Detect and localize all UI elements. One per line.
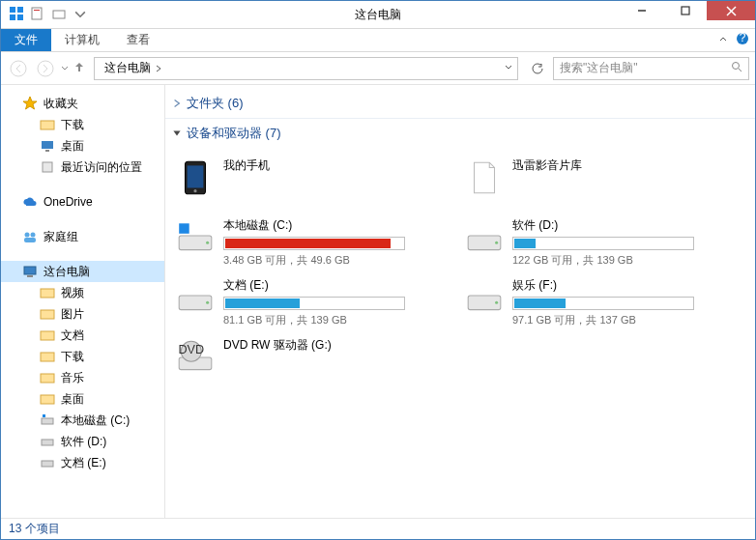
close-button[interactable] — [707, 1, 755, 20]
sidebar-videos[interactable]: 视频 — [1, 282, 164, 303]
properties-icon[interactable] — [30, 6, 45, 24]
sidebar-drive-d[interactable]: 软件 (D:) — [1, 431, 164, 452]
minimize-button[interactable] — [620, 1, 663, 20]
cloud-icon — [22, 194, 38, 210]
sidebar-favorites[interactable]: 收藏夹 — [1, 93, 164, 114]
sidebar-downloads2[interactable]: 下载 — [1, 346, 164, 367]
svg-rect-20 — [42, 141, 53, 149]
sidebar-music[interactable]: 音乐 — [1, 367, 164, 388]
maximize-button[interactable] — [663, 1, 707, 20]
thispc-icon — [22, 264, 38, 279]
menu-computer[interactable]: 计算机 — [51, 29, 113, 51]
device-dvd[interactable]: DVD DVD RW 驱动器 (G:) — [173, 335, 458, 385]
sidebar-pictures[interactable]: 图片 — [1, 303, 164, 325]
desktop-icon — [40, 138, 55, 154]
sidebar-item-label: 文档 (E:) — [61, 455, 106, 471]
menu-file[interactable]: 文件 — [1, 29, 51, 51]
sidebar-homegroup[interactable]: 家庭组 — [1, 226, 164, 247]
sidebar-recent[interactable]: 最近访问的位置 — [1, 156, 164, 178]
svg-rect-25 — [24, 238, 36, 242]
help-icon[interactable]: ? — [736, 32, 749, 48]
folder-icon — [40, 327, 55, 343]
sidebar-desktop2[interactable]: 桌面 — [1, 388, 164, 410]
section-label: 文件夹 (6) — [187, 95, 244, 112]
sidebar-drive-c[interactable]: 本地磁盘 (C:) — [1, 410, 164, 431]
sidebar-item-label: 收藏夹 — [44, 96, 78, 112]
sidebar-thispc[interactable]: 这台电脑 — [1, 261, 164, 282]
sidebar-desktop[interactable]: 桌面 — [1, 135, 164, 156]
sidebar-item-label: 音乐 — [61, 370, 84, 386]
svg-rect-34 — [42, 418, 53, 424]
device-name: 娱乐 (F:) — [512, 277, 745, 294]
capacity-bar — [223, 297, 405, 310]
breadcrumb[interactable]: 这台电脑 — [104, 60, 162, 76]
device-drive-c[interactable]: 本地磁盘 (C:) 3.48 GB 可用，共 49.6 GB — [173, 215, 458, 266]
menubar: 文件 计算机 查看 ? — [1, 29, 755, 52]
recent-icon — [40, 159, 55, 175]
drive-icon — [40, 434, 55, 449]
new-folder-icon[interactable] — [51, 6, 67, 24]
device-phone[interactable]: 我的手机 — [173, 156, 458, 206]
device-drive-e[interactable]: 文档 (E:) 81.1 GB 可用，共 139 GB — [173, 275, 458, 326]
app-icon — [9, 6, 24, 24]
sidebar-downloads[interactable]: 下载 — [1, 114, 164, 135]
svg-rect-1 — [17, 7, 23, 13]
capacity-fill — [225, 239, 391, 248]
back-button[interactable] — [7, 57, 30, 80]
device-status: 97.1 GB 可用，共 137 GB — [512, 313, 745, 327]
address-bar[interactable]: 这台电脑 — [94, 57, 518, 80]
folder-icon — [40, 391, 55, 407]
forward-button[interactable] — [34, 57, 57, 80]
folder-icon — [40, 285, 55, 300]
sidebar-onedrive[interactable]: OneDrive — [1, 191, 164, 213]
statusbar: 13 个项目 — [1, 518, 755, 539]
qat-dropdown-icon[interactable] — [73, 6, 88, 24]
svg-point-24 — [31, 233, 36, 238]
svg-rect-2 — [10, 14, 15, 20]
ribbon-collapse-icon[interactable] — [718, 34, 728, 47]
device-drive-d[interactable]: 软件 (D:) 122 GB 可用，共 139 GB — [462, 215, 747, 266]
device-name: 我的手机 — [223, 157, 456, 174]
address-dropdown-icon[interactable] — [504, 62, 513, 75]
svg-rect-3 — [17, 14, 23, 20]
drive-icon — [464, 217, 505, 258]
svg-rect-22 — [43, 162, 52, 172]
ribbon-help: ? — [718, 29, 749, 51]
file-icon — [464, 157, 505, 198]
sidebar-item-label: OneDrive — [44, 195, 93, 209]
drive-icon — [175, 277, 216, 318]
device-name: 迅雷影音片库 — [512, 157, 745, 174]
nav-toolbar: 这台电脑 搜索"这台电脑" — [1, 52, 755, 85]
svg-text:?: ? — [740, 32, 746, 44]
svg-rect-36 — [42, 440, 53, 445]
sidebar-drive-e[interactable]: 文档 (E:) — [1, 452, 164, 473]
sidebar-documents[interactable]: 文档 — [1, 325, 164, 346]
menu-view[interactable]: 查看 — [113, 29, 163, 51]
crumb-label: 这台电脑 — [104, 60, 151, 76]
sidebar-item-label: 最近访问的位置 — [61, 159, 142, 176]
svg-rect-32 — [41, 374, 54, 383]
section-label: 设备和驱动器 (7) — [187, 125, 281, 142]
dvd-icon: DVD — [175, 337, 216, 378]
section-folders[interactable]: 文件夹 (6) — [165, 89, 755, 119]
device-xunlei[interactable]: 迅雷影音片库 — [462, 156, 747, 206]
status-text: 13 个项目 — [9, 521, 60, 537]
device-name: 软件 (D:) — [512, 217, 745, 234]
sidebar-item-label: 图片 — [61, 306, 84, 323]
svg-rect-28 — [41, 289, 54, 298]
section-devices[interactable]: 设备和驱动器 (7) — [165, 119, 755, 148]
device-drive-f[interactable]: 娱乐 (F:) 97.1 GB 可用，共 137 GB — [462, 275, 747, 326]
window-title: 这台电脑 — [355, 7, 401, 23]
sidebar-item-label: 这台电脑 — [44, 264, 90, 280]
star-icon — [22, 96, 38, 111]
search-box[interactable]: 搜索"这台电脑" — [553, 57, 749, 80]
sidebar-item-label: 视频 — [61, 285, 84, 301]
recent-dropdown-icon[interactable] — [61, 62, 69, 75]
device-status: 81.1 GB 可用，共 139 GB — [223, 313, 456, 327]
capacity-fill — [514, 239, 536, 248]
svg-point-17 — [733, 63, 740, 70]
sidebar-item-label: 下载 — [61, 349, 84, 365]
up-button[interactable] — [73, 60, 86, 76]
main-panel: 文件夹 (6) 设备和驱动器 (7) 我的手机 迅雷影音片库 本地磁盘 (C:) — [165, 85, 755, 518]
refresh-button[interactable] — [526, 57, 549, 80]
